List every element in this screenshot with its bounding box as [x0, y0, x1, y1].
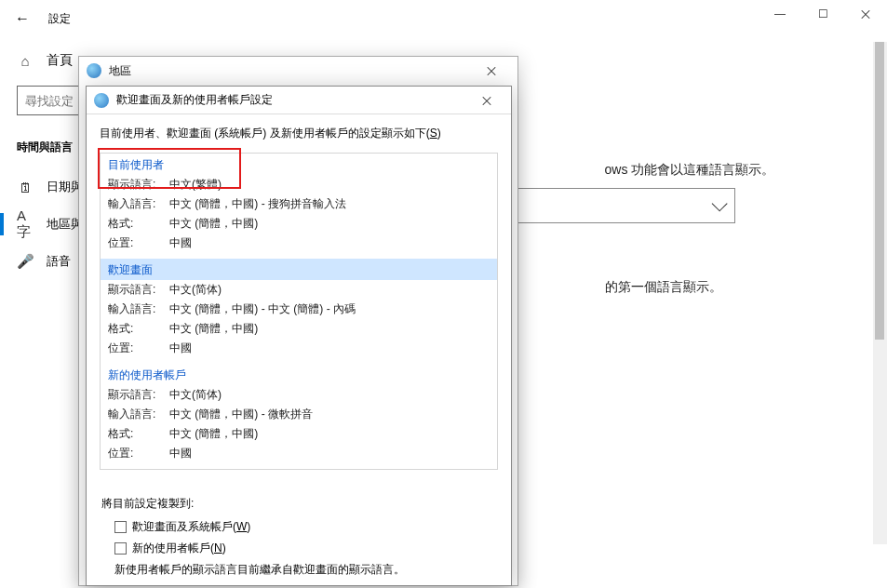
section-welcome-screen: 歡迎畫面 顯示語言:中文(简体) 輸入語言:中文 (簡體，中國) - 中文 (簡… [101, 259, 497, 364]
kv-label: 格式: [108, 216, 169, 232]
welcome-dialog: 歡迎畫面及新的使用者帳戶設定 目前使用者、歡迎畫面 (系統帳戶) 及新使用者帳戶… [86, 86, 512, 586]
kv-row: 輸入語言:中文 (簡體，中國) - 微軟拼音 [101, 405, 497, 424]
kv-row: 位置:中國 [101, 444, 497, 463]
mic-icon: 🎤 [17, 253, 34, 270]
kv-value: 中國 [169, 341, 490, 356]
intro-text: 目前使用者、歡迎畫面 (系統帳戶) 及新使用者帳戶的設定顯示如下(S) [100, 126, 498, 141]
kv-label: 輸入語言: [108, 196, 169, 212]
checkbox-label: 新的使用者帳戶(N) [132, 541, 226, 556]
kv-row: 格式:中文 (簡體，中國) [101, 424, 497, 444]
section-header: 歡迎畫面 [101, 259, 497, 280]
kv-value: 中文 (簡體，中國) [169, 216, 490, 232]
region-titlebar: 地區 [79, 57, 517, 85]
kv-label: 顯示語言: [108, 387, 169, 403]
kv-label: 輸入語言: [108, 301, 169, 317]
kv-value: 中文 (簡體，中國) [169, 321, 490, 337]
globe-icon [94, 93, 109, 108]
kv-label: 格式: [108, 321, 169, 337]
maximize-button[interactable]: ☐ [801, 0, 844, 28]
kv-row: 顯示語言:中文(简体) [101, 385, 497, 405]
kv-value: 中文 (簡體，中國) - 微軟拼音 [169, 407, 490, 422]
kv-value: 中國 [169, 235, 490, 251]
nav-label: 語音 [47, 253, 71, 270]
section-current-user: 目前使用者 顯示語言:中文(繁體) 輸入語言:中文 (簡體，中國) - 搜狗拼音… [101, 154, 497, 259]
region-close-button[interactable] [473, 58, 510, 84]
copy-to-label: 將目前設定複製到: [101, 496, 498, 512]
close-icon [860, 8, 871, 20]
welcome-close-button[interactable] [470, 88, 504, 113]
kv-value: 中文(简体) [169, 387, 490, 403]
back-button[interactable]: ← [4, 0, 41, 37]
kv-row: 顯示語言:中文(繁體) [101, 175, 497, 194]
kv-row: 格式:中文 (簡體，中國) [101, 214, 497, 234]
kv-value: 中文 (簡體，中國) - 搜狗拼音輸入法 [169, 196, 490, 212]
welcome-title: 歡迎畫面及新的使用者帳戶設定 [116, 92, 273, 108]
window-controls: — ☐ [759, 0, 887, 28]
checkbox-new-user[interactable]: 新的使用者帳戶(N) [114, 541, 498, 556]
kv-label: 位置: [108, 235, 169, 251]
kv-value: 中文 (簡體，中國) [169, 426, 490, 442]
welcome-titlebar: 歡迎畫面及新的使用者帳戶設定 [87, 87, 511, 114]
kv-row: 輸入語言:中文 (簡體，中國) - 中文 (簡體) - 內碼 [101, 300, 497, 319]
kv-value: 中文(简体) [169, 282, 490, 298]
close-icon [481, 95, 492, 106]
globe-icon [87, 63, 101, 78]
checkbox-welcome-system[interactable]: 歡迎畫面及系統帳戶(W) [114, 519, 498, 535]
kv-label: 輸入語言: [108, 407, 169, 422]
kv-row: 顯示語言:中文(简体) [101, 280, 497, 300]
kv-label: 位置: [108, 341, 169, 356]
settings-title: 設定 [41, 11, 71, 27]
welcome-body: 目前使用者、歡迎畫面 (系統帳戶) 及新使用者帳戶的設定顯示如下(S) 目前使用… [87, 114, 511, 578]
kv-label: 位置: [108, 446, 169, 461]
kv-row: 格式:中文 (簡體，中國) [101, 319, 497, 339]
kv-row: 位置:中國 [101, 234, 497, 253]
kv-row: 輸入語言:中文 (簡體，中國) - 搜狗拼音輸入法 [101, 194, 497, 214]
calendar-icon: 🗓 [17, 179, 34, 195]
home-label: 首頁 [47, 52, 73, 69]
settings-titlebar: ← 設定 [0, 0, 887, 37]
home-icon: ⌂ [17, 52, 34, 69]
accounts-groupbox: 目前使用者 顯示語言:中文(繁體) 輸入語言:中文 (簡體，中國) - 搜狗拼音… [100, 153, 498, 470]
checkbox-icon [114, 521, 127, 533]
checkbox-label: 歡迎畫面及系統帳戶(W) [132, 519, 250, 535]
close-icon [486, 65, 497, 76]
kv-label: 顯示語言: [108, 177, 169, 193]
kv-value: 中文 (簡體，中國) - 中文 (簡體) - 內碼 [169, 301, 490, 317]
kv-label: 顯示語言: [108, 282, 169, 298]
section-new-user: 新的使用者帳戶 顯示語言:中文(简体) 輸入語言:中文 (簡體，中國) - 微軟… [101, 364, 497, 469]
kv-label: 格式: [108, 426, 169, 442]
kv-value: 中文(繁體) [169, 177, 490, 193]
minimize-button[interactable]: — [759, 0, 801, 28]
language-icon: A字 [17, 216, 34, 233]
section-header: 目前使用者 [101, 154, 497, 175]
inherit-note: 新使用者帳戶的顯示語言目前繼承自歡迎畫面的顯示語言。 [114, 562, 498, 578]
checkbox-icon [114, 542, 127, 555]
region-title: 地區 [109, 63, 131, 79]
close-button[interactable] [844, 0, 887, 28]
chevron-down-icon [712, 195, 728, 211]
section-header: 新的使用者帳戶 [101, 364, 497, 385]
kv-value: 中國 [169, 446, 490, 461]
kv-row: 位置:中國 [101, 339, 497, 358]
scrollbar-thumb[interactable] [875, 42, 884, 340]
scrollbar[interactable] [873, 42, 887, 544]
